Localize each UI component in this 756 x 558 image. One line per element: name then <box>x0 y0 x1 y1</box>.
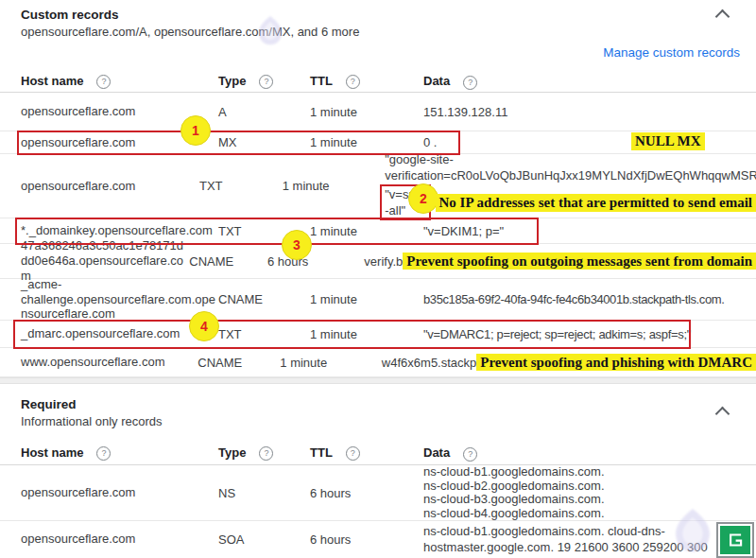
col-type: Type? <box>218 445 310 461</box>
table-row: opensourceflare.com A 1 minute 151.139.1… <box>0 93 756 131</box>
record-data: ns-cloud-b1.googledomains.com. ns-cloud-… <box>423 465 756 520</box>
record-type: A <box>218 105 310 119</box>
record-data: ns-cloud-b1.googledomains.com. cloud-dns… <box>423 523 722 555</box>
record-host: opensourceflare.com <box>0 485 218 500</box>
section-divider <box>0 377 756 384</box>
record-host: _acme-challenge.opensourceflare.com.open… <box>0 277 218 322</box>
section-title: Required <box>21 397 735 411</box>
record-data: w4f6x6m5.stackpPrevent spoofing and phis… <box>382 355 756 371</box>
section-subtitle: opensourceflare.com/A, opensourceflare.c… <box>21 25 735 39</box>
table-row: _acme-challenge.opensourceflare.com.open… <box>0 279 756 321</box>
record-data: "v=DMARC1; p=reject; sp=reject; adkim=s;… <box>423 326 756 342</box>
record-host: opensourceflare.com <box>0 179 199 194</box>
annotation-badge: 3 <box>282 230 312 260</box>
record-data: 0 . <box>423 134 756 150</box>
record-type: MX <box>218 135 310 149</box>
help-icon[interactable]: ? <box>463 76 477 90</box>
table-header: Host name? Type? TTL? Data? <box>0 71 756 93</box>
screenshot-tool-button[interactable] <box>716 522 754 558</box>
record-type: SOA <box>218 532 310 547</box>
record-ttl: 1 minute <box>283 179 386 193</box>
manage-custom-records-link[interactable]: Manage custom records <box>603 45 740 60</box>
record-ttl: 1 minute <box>310 105 423 119</box>
table-row: opensourceflare.com NS 6 hours ns-cloud-… <box>0 465 756 521</box>
record-type: TXT <box>218 327 310 341</box>
col-host-name: Host name? <box>0 74 218 89</box>
help-icon[interactable]: ? <box>463 447 477 462</box>
record-type: TXT <box>199 179 283 193</box>
record-data: b35c185a-69f2-40fa-94fc-fe4c6b34001b.sta… <box>423 291 756 307</box>
annotation-note: NULL MX <box>631 132 705 150</box>
record-type: NS <box>218 486 310 500</box>
table-row: 4 _dmarc.opensourceflare.com TXT 1 minut… <box>0 321 756 348</box>
record-data: "google-site-verification=cR0oLVoQbJBunH… <box>385 151 756 220</box>
record-ttl: 1 minute <box>310 292 423 306</box>
annotation-note: Prevent spoofing on outgoing messages se… <box>403 253 756 270</box>
record-data: "v=DKIM1; p=" <box>423 223 756 239</box>
custom-records-header: Custom records opensourceflare.com/A, op… <box>0 0 756 71</box>
col-data: Data? <box>423 73 756 89</box>
col-ttl: TTL? <box>310 74 423 89</box>
record-ttl: 6 hours <box>310 486 423 500</box>
annotation-note: No IP addresses set that are permitted t… <box>436 194 756 212</box>
table-header: Host name? Type? TTL? Data? <box>0 442 756 465</box>
help-icon[interactable]: ? <box>259 75 273 89</box>
help-icon[interactable]: ? <box>96 446 111 461</box>
help-icon[interactable]: ? <box>259 446 273 461</box>
record-type: CNAME <box>218 292 310 306</box>
record-ttl: 1 minute <box>280 356 382 370</box>
record-type: CNAME <box>189 254 267 269</box>
annotation-badge: 2 <box>408 183 438 214</box>
table-row: 47a368246a3c50ac1e78171ddd0e646a.opensou… <box>0 244 756 279</box>
record-data: 151.139.128.11 <box>423 104 756 120</box>
record-host: *._domainkey.opensourceflare.com <box>0 223 218 238</box>
record-host: opensourceflare.com <box>0 104 218 119</box>
help-icon[interactable]: ? <box>346 446 360 461</box>
required-section-header: Required Informational only records <box>0 384 756 442</box>
section-title: Custom records <box>21 8 735 22</box>
dns-records-page: Custom records opensourceflare.com/A, op… <box>0 0 756 558</box>
col-type: Type? <box>218 74 310 89</box>
greenshot-icon <box>720 526 750 554</box>
record-type: CNAME <box>198 356 280 370</box>
annotation-badge: 4 <box>189 311 219 341</box>
help-icon[interactable]: ? <box>346 75 360 89</box>
col-host-name: Host name? <box>0 445 218 461</box>
record-ttl: 6 hours <box>267 254 364 269</box>
table-row: www.opensourceflare.com CNAME 1 minute w… <box>0 348 756 377</box>
annotation-badge: 1 <box>180 115 211 146</box>
record-ttl: 1 minute <box>310 135 423 149</box>
record-ttl: 6 hours <box>310 532 423 547</box>
table-row: 2 opensourceflare.com TXT 1 minute "goog… <box>0 154 756 218</box>
record-host: opensourceflare.com <box>0 532 218 547</box>
help-icon[interactable]: ? <box>96 75 111 89</box>
col-ttl: TTL? <box>310 445 423 461</box>
record-ttl: 1 minute <box>310 224 423 238</box>
record-data: verify.bPrevent spoofing on outgoing mes… <box>364 253 756 270</box>
record-host: www.opensourceflare.com <box>0 355 198 370</box>
col-data: Data? <box>423 445 756 461</box>
record-ttl: 1 minute <box>310 327 423 341</box>
table-row: opensourceflare.com SOA 6 hours ns-cloud… <box>0 521 756 557</box>
section-subtitle: Informational only records <box>21 414 735 428</box>
record-host: _dmarc.opensourceflare.com <box>0 326 218 341</box>
annotation-note: Prevent spoofing and phishing with DMARC <box>476 354 756 371</box>
